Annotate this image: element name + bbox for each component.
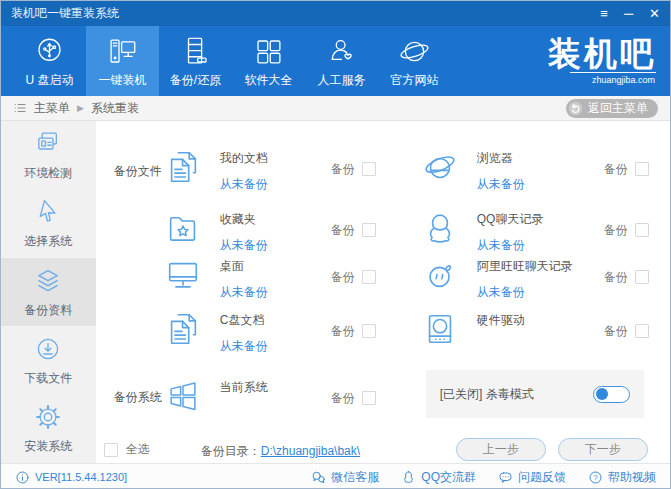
backup-item-hardware-drivers: 硬件驱动 备份 [421,310,649,352]
sidebar: 环境检测 选择系统 备份资料 下载文件 [1,121,96,463]
layers-icon [33,266,63,296]
menu-list-icon [13,101,27,115]
menu-icon[interactable]: ≡ [600,7,608,20]
computer-icon [105,34,140,69]
sidebar-item-download-files[interactable]: 下载文件 [1,326,96,394]
nav-item-one-click-install[interactable]: 一键装机 [86,26,159,96]
backup-item-current-system: 当前系统 备份 [164,377,376,419]
sidebar-item-env-check[interactable]: 环境检测 [1,121,96,189]
backup-directory-link[interactable]: D:\zhuangjiba\bak\ [261,444,360,458]
footer-link-label: 微信客服 [331,469,379,486]
backup-checkbox-desktop[interactable] [362,270,376,284]
backup-label: 备份 [331,269,355,286]
sidebar-item-label: 备份资料 [24,302,72,319]
brand-logo: 装机吧 zhuangjiba.com [548,26,656,96]
backup-checkbox-qq-history[interactable] [635,223,649,237]
previous-step-button[interactable]: 上一步 [456,438,546,461]
backup-checkbox-wangwang-history[interactable] [635,270,649,284]
close-icon[interactable]: ✕ [649,7,660,20]
backup-directory: 备份目录：D:\zhuangjiba\bak\ [201,443,360,460]
item-name: C盘文档 [220,312,268,329]
sidebar-item-select-system[interactable]: 选择系统 [1,189,96,257]
documents-icon [164,148,202,186]
breadcrumb-root[interactable]: 主菜单 [34,100,70,117]
svg-text:?: ? [593,473,597,482]
backup-checkbox-my-documents[interactable] [362,162,376,176]
nav-item-usb-boot[interactable]: U 盘启动 [13,26,86,96]
return-main-menu-label: 返回主菜单 [588,100,648,117]
usb-icon [32,34,67,69]
sidebar-item-install-system[interactable]: 安装系统 [1,395,96,463]
item-name: 浏览器 [477,150,525,167]
env-check-icon [33,129,63,159]
backup-label: 备份 [331,161,355,178]
item-status: 从未备份 [477,237,544,254]
nav-item-label: 人工服务 [318,72,366,89]
item-name: 桌面 [220,258,268,275]
minimize-icon[interactable]: ─ [624,7,633,20]
item-status: 从未备份 [477,284,573,301]
next-step-button[interactable]: 下一步 [558,438,648,461]
sidebar-item-label: 安装系统 [24,438,72,455]
sidebar-item-label: 下载文件 [24,370,72,387]
software-grid-icon [251,34,286,69]
nav-item-backup-restore[interactable]: 备份/还原 [159,26,232,96]
backup-checkbox-current-system[interactable] [362,391,376,405]
footer: VER[11.5.44.1230] 微信客服 QQ交流群 [1,463,670,489]
version-text: VER[11.5.44.1230] [35,471,127,483]
browser-ie-icon [421,148,459,186]
help-question-icon: ? [588,470,603,485]
select-all-label: 全选 [126,441,150,458]
nav-item-service[interactable]: 人工服务 [305,26,378,96]
window-title: 装机吧一键重装系统 [11,5,119,22]
qq-penguin-icon [421,209,459,247]
item-status: 从未备份 [220,237,268,254]
backup-label: 备份 [604,269,628,286]
item-status: 从未备份 [220,284,268,301]
item-name: 收藏夹 [220,211,268,228]
backup-label: 备份 [604,161,628,178]
breadcrumb-current: 系统重装 [91,100,139,117]
nav-item-label: 软件大全 [245,72,293,89]
nav-item-label: 官方网站 [391,72,439,89]
backup-item-c-drive-docs: C盘文档 从未备份 备份 [164,310,376,352]
footer-link-label: 帮助视频 [608,469,656,486]
backup-label: 备份 [331,222,355,239]
select-all-checkbox[interactable] [104,443,118,457]
sidebar-item-backup-data[interactable]: 备份资料 [1,258,96,326]
backup-item-wangwang-history: 阿里旺旺聊天记录 从未备份 备份 [421,256,649,298]
toggle-knob [596,388,608,400]
cursor-icon [33,197,63,227]
backup-checkbox-favorites[interactable] [362,223,376,237]
backup-checkbox-c-drive-docs[interactable] [362,324,376,338]
backup-item-desktop: 桌面 从未备份 备份 [164,256,376,298]
footer-link-wechat[interactable]: 微信客服 [311,469,379,486]
footer-link-feedback[interactable]: 问题反馈 [498,469,566,486]
feedback-bubble-icon [498,470,513,485]
return-main-menu-button[interactable]: 返回主菜单 [566,99,658,118]
monitor-icon [164,256,202,294]
backup-label: 备份 [331,323,355,340]
backup-item-favorites: 收藏夹 从未备份 备份 [164,209,376,251]
footer-link-label: QQ交流群 [421,469,476,486]
documents-icon [164,310,202,348]
nav-item-website[interactable]: 官方网站 [378,26,451,96]
wangwang-chat-icon [421,256,459,294]
nav-item-label: 一键装机 [99,72,147,89]
footer-link-label: 问题反馈 [518,469,566,486]
nav-item-software[interactable]: 软件大全 [232,26,305,96]
backup-checkbox-hardware-drivers[interactable] [635,324,649,338]
backup-checkbox-browser[interactable] [635,162,649,176]
gear-icon [33,402,63,432]
item-name: 当前系统 [220,379,268,396]
antivirus-mode-label: [已关闭] 杀毒模式 [440,386,534,403]
info-icon [15,470,30,485]
footer-link-qq-group[interactable]: QQ交流群 [401,469,476,486]
top-nav: U 盘启动 一键装机 备份/还原 软件大全 [1,26,670,96]
item-name: 阿里旺旺聊天记录 [477,258,573,275]
antivirus-toggle[interactable] [593,386,630,403]
qq-icon [401,470,416,485]
backup-label: 备份 [604,222,628,239]
footer-link-help-video[interactable]: ? 帮助视频 [588,469,656,486]
breadcrumb-separator-icon: ▶ [77,103,84,113]
